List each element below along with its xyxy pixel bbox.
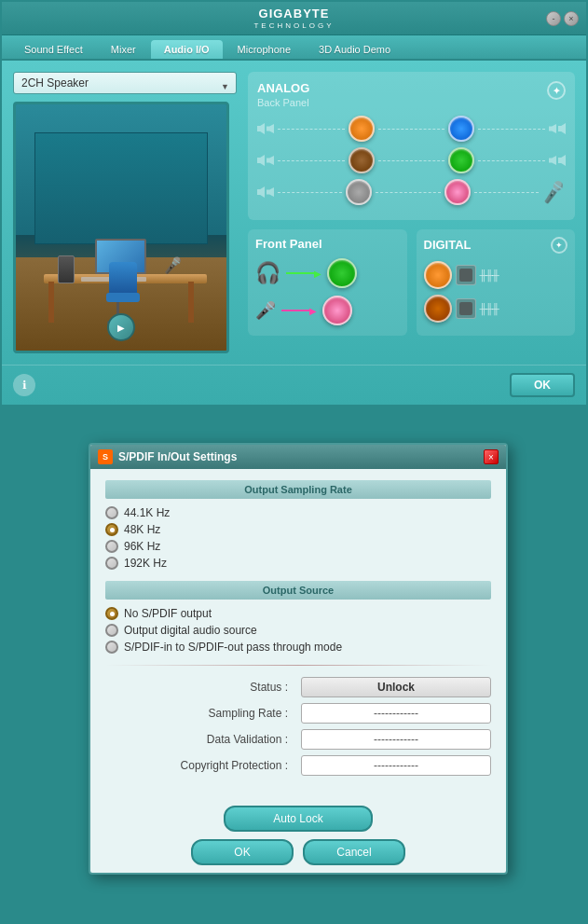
jack-row-1: [257, 116, 566, 142]
room-display: 🎤 ▶: [13, 102, 229, 353]
radio-48k-label: 48K Hz: [124, 523, 160, 536]
tab-3d-audio[interactable]: 3D Audio Demo: [306, 40, 403, 59]
radio-48k[interactable]: 48K Hz: [105, 523, 491, 536]
digital-jack-2: [424, 295, 452, 323]
info-icon[interactable]: ℹ: [13, 374, 35, 396]
radio-96k[interactable]: 96K Hz: [105, 540, 491, 553]
auto-lock-button[interactable]: Auto Lock: [224, 806, 373, 832]
main-content: 2CH Speaker 4CH Speaker 6CH Speaker 8CH …: [2, 61, 586, 365]
jack-front-pink: [322, 296, 352, 325]
radio-no-spdif-btn[interactable]: [105, 607, 118, 620]
jack-gray: [346, 179, 372, 205]
digital-bt-icon: ✦: [551, 237, 567, 254]
tab-sound-effect[interactable]: Sound Effect: [11, 40, 96, 59]
front-panel-section: Front Panel 🎧 ▶ 🎤: [248, 229, 407, 336]
front-panel-title: Front Panel: [255, 237, 400, 251]
bottom-panels: Front Panel 🎧 ▶ 🎤: [248, 229, 575, 336]
headphone-row: 🎧 ▶: [255, 258, 400, 288]
radio-48k-btn[interactable]: [105, 523, 118, 536]
radio-192k-label: 192K Hz: [124, 557, 167, 570]
copyright-protection-label: Copyright Protection :: [105, 755, 295, 776]
speaker-icon-left: [257, 123, 274, 134]
digital-connector-1: [456, 265, 476, 285]
close-button[interactable]: ×: [564, 11, 579, 26]
jack-orange: [349, 116, 375, 142]
dialog-app-icon: S: [98, 449, 113, 464]
jack-blue: [448, 116, 474, 142]
jack-front-green: [327, 258, 357, 288]
radio-passthrough[interactable]: S/PDIF-in to S/PDIF-out pass through mod…: [105, 641, 491, 654]
speaker-select[interactable]: 2CH Speaker 4CH Speaker 6CH Speaker 8CH …: [13, 72, 237, 94]
output-source-header: Output Source: [105, 581, 491, 600]
footer: ℹ OK: [2, 365, 586, 405]
analog-title: ANALOG: [257, 81, 309, 95]
digital-signal-2: ╫╫╫: [480, 303, 499, 314]
dialog-close-button[interactable]: ×: [484, 449, 499, 464]
radio-44k-btn[interactable]: [105, 506, 118, 519]
jack-brown: [349, 147, 375, 173]
digital-row-2: ╫╫╫: [424, 295, 568, 323]
digital-title: DIGITAL: [424, 238, 472, 252]
digital-connector-2: [456, 298, 476, 319]
title-bar: GIGABYTE TECHNOLOGY - ×: [2, 2, 586, 35]
data-validation-label: Data Validation :: [105, 729, 295, 750]
radio-no-spdif-label: No S/PDIF output: [124, 607, 212, 620]
speaker-icon-left-3: [257, 186, 274, 198]
speaker-icon-left-2: [257, 155, 274, 166]
radio-passthrough-label: S/PDIF-in to S/PDIF-out pass through mod…: [124, 641, 342, 654]
left-panel: 2CH Speaker 4CH Speaker 6CH Speaker 8CH …: [13, 72, 237, 353]
divider: [105, 665, 491, 666]
status-label: Status :: [105, 677, 295, 697]
sampling-rate-header: Output Sampling Rate: [105, 480, 491, 499]
dialog-footer: Auto Lock OK Cancel: [90, 798, 506, 873]
radio-no-spdif[interactable]: No S/PDIF output: [105, 607, 491, 620]
status-value: Unlock: [301, 677, 491, 697]
tab-mixer[interactable]: Mixer: [98, 40, 149, 59]
speaker-select-wrapper: 2CH Speaker 4CH Speaker 6CH Speaker 8CH …: [13, 72, 237, 102]
sampling-rate-label: Sampling Rate :: [105, 703, 295, 724]
radio-192k[interactable]: 192K Hz: [105, 557, 491, 570]
main-window: GIGABYTE TECHNOLOGY - × Sound Effect Mix…: [0, 0, 588, 407]
main-ok-button[interactable]: OK: [510, 373, 575, 397]
digital-signal-1: ╫╫╫: [480, 269, 499, 281]
dialog-titlebar: S S/PDIF In/Out Settings ×: [90, 445, 506, 469]
radio-44k-label: 44.1K Hz: [124, 506, 170, 519]
back-panel-label: Back Panel: [257, 97, 309, 108]
jack-green: [448, 147, 474, 173]
speaker-icon-right-1: [549, 123, 566, 134]
spdif-dialog: S S/PDIF In/Out Settings × Output Sampli…: [89, 443, 508, 875]
mic-icon-right: 🎤: [540, 179, 567, 205]
digital-section: DIGITAL ✦ ╫╫╫: [417, 229, 576, 336]
tab-microphone[interactable]: Microphone: [225, 40, 304, 59]
play-button[interactable]: ▶: [107, 313, 135, 341]
dialog-btn-row: OK Cancel: [191, 839, 405, 865]
radio-96k-btn[interactable]: [105, 540, 118, 553]
jack-row-2: [257, 147, 566, 173]
tab-audio-io[interactable]: Audio I/O: [151, 40, 223, 59]
radio-digital-audio-btn[interactable]: [105, 624, 118, 637]
digital-jack-1: [424, 261, 452, 289]
dialog-title: S/PDIF In/Out Settings: [118, 450, 237, 463]
right-panel: ANALOG Back Panel ✦: [248, 72, 575, 353]
status-grid: Status : Unlock Sampling Rate : --------…: [105, 677, 491, 776]
radio-96k-label: 96K Hz: [124, 540, 160, 553]
front-mic-icon: 🎤: [255, 300, 276, 321]
sampling-rate-group: 44.1K Hz 48K Hz 96K Hz 192K Hz: [105, 506, 491, 570]
dialog-body: Output Sampling Rate 44.1K Hz 48K Hz 96K…: [90, 469, 506, 798]
radio-digital-audio[interactable]: Output digital audio source: [105, 624, 491, 637]
radio-44k[interactable]: 44.1K Hz: [105, 506, 491, 519]
radio-192k-btn[interactable]: [105, 557, 118, 570]
output-source-group: No S/PDIF output Output digital audio so…: [105, 607, 491, 654]
nav-tabs: Sound Effect Mixer Audio I/O Microphone …: [2, 35, 586, 61]
sampling-rate-value: ------------: [301, 703, 491, 724]
front-mic-row: 🎤 ▶: [255, 296, 400, 325]
bluetooth-icon: ✦: [547, 81, 566, 100]
dialog-cancel-button[interactable]: Cancel: [303, 839, 405, 865]
radio-digital-audio-label: Output digital audio source: [124, 624, 257, 637]
app-title: GIGABYTE TECHNOLOGY: [253, 7, 334, 30]
minimize-button[interactable]: -: [546, 11, 561, 26]
radio-passthrough-btn[interactable]: [105, 641, 118, 654]
digital-row-1: ╫╫╫: [424, 261, 568, 289]
window-controls: - ×: [546, 11, 579, 26]
dialog-ok-button[interactable]: OK: [191, 839, 294, 865]
